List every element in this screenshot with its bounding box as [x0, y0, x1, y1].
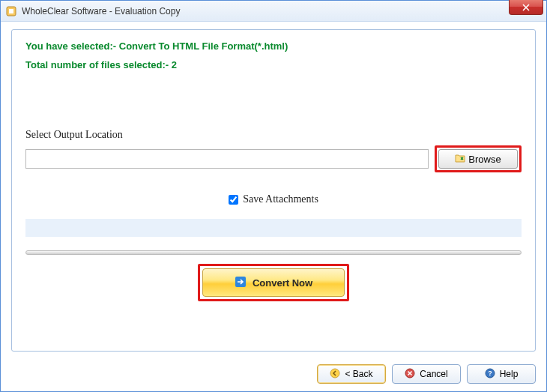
output-row: Browse	[25, 145, 522, 172]
back-arrow-icon	[330, 368, 340, 381]
folder-icon	[455, 154, 465, 165]
svg-text:?: ?	[488, 370, 492, 377]
svg-point-2	[330, 369, 339, 378]
cancel-button[interactable]: Cancel	[392, 364, 461, 384]
convert-row: Convert Now	[25, 264, 522, 301]
output-location-input[interactable]	[25, 149, 429, 169]
save-attachments-row: Save Attachments	[25, 193, 522, 205]
window-title: WholeClear Software - Evaluation Copy	[22, 6, 180, 16]
convert-highlight: Convert Now	[198, 264, 349, 301]
content-area: You have selected:- Convert To HTML File…	[1, 22, 546, 391]
separator-bar	[25, 250, 522, 255]
convert-arrow-icon	[235, 276, 247, 290]
app-window: WholeClear Software - Evaluation Copy Yo…	[0, 0, 547, 392]
back-label: < Back	[345, 369, 372, 379]
save-attachments-label: Save Attachments	[243, 193, 318, 205]
cancel-label: Cancel	[420, 369, 447, 379]
main-panel: You have selected:- Convert To HTML File…	[11, 29, 536, 352]
selection-summary: You have selected:- Convert To HTML File…	[25, 40, 522, 52]
browse-label: Browse	[468, 154, 501, 165]
app-icon	[5, 5, 17, 17]
help-label: Help	[500, 369, 519, 379]
file-count-summary: Total number of files selected:- 2	[25, 59, 522, 70]
output-location-label: Select Output Location	[25, 129, 522, 141]
convert-label: Convert Now	[253, 277, 312, 289]
titlebar: WholeClear Software - Evaluation Copy	[1, 1, 546, 22]
footer-bar: < Back Cancel ? Help	[11, 364, 536, 384]
help-button[interactable]: ? Help	[467, 364, 536, 384]
browse-highlight: Browse	[435, 145, 522, 172]
convert-now-button[interactable]: Convert Now	[202, 268, 345, 297]
progress-placeholder	[25, 219, 522, 237]
back-button[interactable]: < Back	[317, 364, 386, 384]
cancel-icon	[405, 368, 415, 381]
browse-button[interactable]: Browse	[438, 149, 518, 169]
close-button[interactable]	[509, 0, 543, 15]
save-attachments-checkbox[interactable]	[229, 195, 238, 205]
help-icon: ?	[485, 368, 495, 381]
